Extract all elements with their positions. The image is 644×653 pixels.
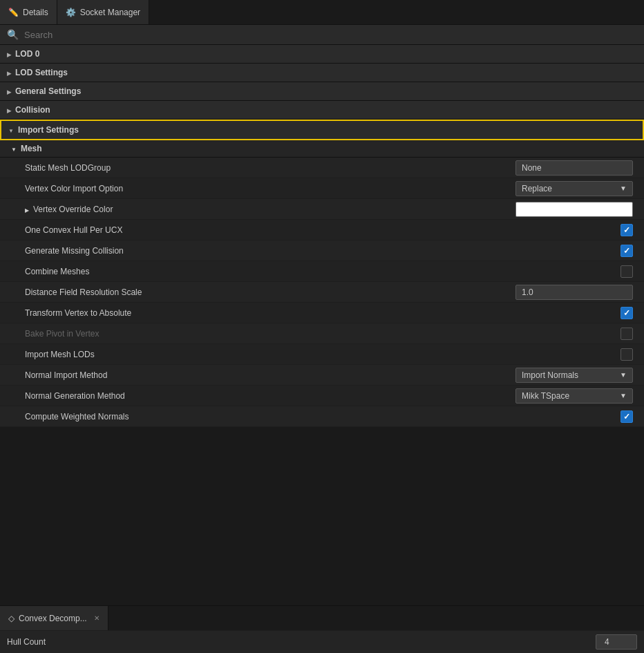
- transform-vertex-to-absolute-value: [500, 305, 638, 321]
- distance-field-resolution-scale-value: 1.0: [500, 283, 638, 302]
- section-general-settings[interactable]: General Settings: [0, 82, 644, 101]
- section-lod-label: LOD 0: [15, 49, 39, 59]
- normal-import-method-dropdown[interactable]: Import Normals ▼: [515, 368, 633, 383]
- normal-generation-method-chevron-icon: ▼: [620, 392, 627, 399]
- normal-import-method-value: Import Normals ▼: [500, 366, 638, 385]
- import-mesh-lods-value: [500, 346, 638, 363]
- import-settings-arrow-icon: [8, 126, 14, 134]
- vertex-override-color-value: [500, 200, 638, 219]
- one-convex-hull-per-ucx-checkbox[interactable]: [621, 224, 633, 236]
- vertex-override-color-label: Vertex Override Color: [33, 205, 113, 214]
- one-convex-hull-per-ucx-value: [500, 222, 638, 238]
- lod-settings-arrow-icon: [7, 69, 11, 77]
- vertex-override-color-swatch[interactable]: [515, 202, 633, 217]
- normal-generation-method-dropdown-value: Mikk TSpace: [522, 391, 569, 401]
- static-mesh-lodgroup-label: Static Mesh LODGroup: [0, 160, 500, 176]
- compute-weighted-normals-label: Compute Weighted Normals: [0, 408, 500, 425]
- bottom-tab-bar: ◇ Convex Decomp... ✕: [0, 605, 644, 630]
- scrollable-content: LOD 0 LOD Settings General Settings Coll…: [0, 45, 644, 605]
- tab-socket-manager-label: Socket Manager: [80, 8, 140, 17]
- convex-decomp-close-icon[interactable]: ✕: [94, 614, 100, 622]
- section-import-settings[interactable]: Import Settings: [0, 120, 644, 140]
- tab-details[interactable]: ✏️ Details: [0, 0, 57, 24]
- lod-arrow-icon: [7, 50, 11, 58]
- prop-transform-vertex-to-absolute: Transform Vertex to Absolute: [0, 303, 644, 323]
- vertex-color-import-option-dropdown[interactable]: Replace ▼: [515, 181, 633, 196]
- vertex-color-import-option-value: Replace ▼: [500, 179, 638, 198]
- tab-convex-decomp[interactable]: ◇ Convex Decomp... ✕: [0, 606, 108, 630]
- vertex-color-chevron-icon: ▼: [620, 184, 627, 192]
- tab-convex-decomp-label: Convex Decomp...: [19, 614, 87, 623]
- prop-compute-weighted-normals: Compute Weighted Normals: [0, 406, 644, 427]
- search-bar: 🔍: [0, 25, 644, 45]
- prop-distance-field-resolution-scale: Distance Field Resolution Scale 1.0: [0, 282, 644, 303]
- normal-generation-method-value: Mikk TSpace ▼: [500, 386, 638, 406]
- tab-details-label: Details: [23, 8, 48, 17]
- combine-meshes-value: [500, 263, 638, 280]
- section-lod-settings-label: LOD Settings: [15, 68, 68, 77]
- prop-static-mesh-lodgroup: Static Mesh LODGroup None: [0, 158, 644, 178]
- section-import-settings-label: Import Settings: [18, 125, 79, 135]
- prop-import-mesh-lods: Import Mesh LODs: [0, 344, 644, 365]
- generate-missing-collision-checkbox[interactable]: [621, 245, 633, 257]
- combine-meshes-label: Combine Meshes: [0, 263, 500, 280]
- import-mesh-lods-label: Import Mesh LODs: [0, 346, 500, 363]
- compute-weighted-normals-checkbox[interactable]: [621, 410, 633, 423]
- static-mesh-lodgroup-dropdown[interactable]: None: [515, 160, 633, 176]
- distance-field-resolution-scale-input[interactable]: 1.0: [515, 285, 633, 300]
- details-icon: ✏️: [8, 8, 19, 17]
- one-convex-hull-per-ucx-label: One Convex Hull Per UCX: [0, 222, 500, 238]
- vertex-override-color-arrow-icon: [25, 205, 29, 214]
- normal-generation-method-dropdown[interactable]: Mikk TSpace ▼: [515, 388, 633, 404]
- convex-decomp-icon: ◇: [8, 614, 15, 623]
- section-lod-settings[interactable]: LOD Settings: [0, 64, 644, 82]
- combine-meshes-checkbox[interactable]: [621, 265, 633, 278]
- bake-pivot-in-vertex-value: [500, 325, 638, 342]
- mesh-arrow-icon: [11, 144, 17, 153]
- socket-manager-icon: ⚙️: [66, 8, 76, 17]
- search-icon: 🔍: [7, 29, 19, 40]
- static-mesh-lodgroup-value: None: [500, 158, 638, 178]
- normal-import-method-label: Normal Import Method: [0, 367, 500, 384]
- collision-arrow-icon: [7, 106, 11, 114]
- prop-generate-missing-collision: Generate Missing Collision: [0, 240, 644, 261]
- transform-vertex-to-absolute-checkbox[interactable]: [621, 307, 633, 319]
- generate-missing-collision-value: [500, 243, 638, 259]
- prop-bake-pivot-in-vertex: Bake Pivot in Vertex: [0, 323, 644, 344]
- transform-vertex-to-absolute-label: Transform Vertex to Absolute: [0, 305, 500, 321]
- section-collision-label: Collision: [15, 105, 50, 115]
- prop-normal-generation-method: Normal Generation Method Mikk TSpace ▼: [0, 386, 644, 406]
- prop-normal-import-method: Normal Import Method Import Normals ▼: [0, 365, 644, 386]
- section-collision[interactable]: Collision: [0, 101, 644, 120]
- normal-import-method-chevron-icon: ▼: [620, 371, 627, 379]
- prop-vertex-override-color: Vertex Override Color: [0, 199, 644, 220]
- tab-socket-manager[interactable]: ⚙️ Socket Manager: [57, 0, 149, 24]
- normal-generation-method-label: Normal Generation Method: [0, 388, 500, 404]
- section-general-settings-label: General Settings: [15, 86, 81, 96]
- bake-pivot-in-vertex-label: Bake Pivot in Vertex: [0, 325, 500, 342]
- sub-section-mesh[interactable]: Mesh: [0, 140, 644, 158]
- prop-vertex-color-import-option: Vertex Color Import Option Replace ▼: [0, 178, 644, 199]
- prop-combine-meshes: Combine Meshes: [0, 261, 644, 282]
- generate-missing-collision-label: Generate Missing Collision: [0, 243, 500, 259]
- hull-count-row: Hull Count 4: [0, 630, 644, 653]
- static-mesh-lodgroup-dropdown-value: None: [522, 163, 542, 173]
- main-content: 🔍 LOD 0 LOD Settings General Settings Co…: [0, 25, 644, 653]
- sub-section-mesh-label: Mesh: [21, 144, 42, 153]
- normal-import-method-dropdown-value: Import Normals: [522, 370, 578, 380]
- prop-one-convex-hull-per-ucx: One Convex Hull Per UCX: [0, 220, 644, 240]
- hull-count-label: Hull Count: [7, 637, 596, 647]
- vertex-color-import-option-dropdown-value: Replace: [522, 184, 552, 193]
- section-lod[interactable]: LOD 0: [0, 45, 644, 64]
- import-mesh-lods-checkbox[interactable]: [621, 348, 633, 361]
- hull-count-value[interactable]: 4: [596, 634, 637, 650]
- compute-weighted-normals-value: [500, 408, 638, 425]
- vertex-color-import-option-label: Vertex Color Import Option: [0, 180, 500, 197]
- search-input[interactable]: [24, 30, 637, 40]
- bake-pivot-in-vertex-checkbox[interactable]: [621, 328, 633, 340]
- distance-field-resolution-scale-label: Distance Field Resolution Scale: [0, 284, 500, 301]
- tab-bar: ✏️ Details ⚙️ Socket Manager: [0, 0, 644, 25]
- general-settings-arrow-icon: [7, 88, 11, 95]
